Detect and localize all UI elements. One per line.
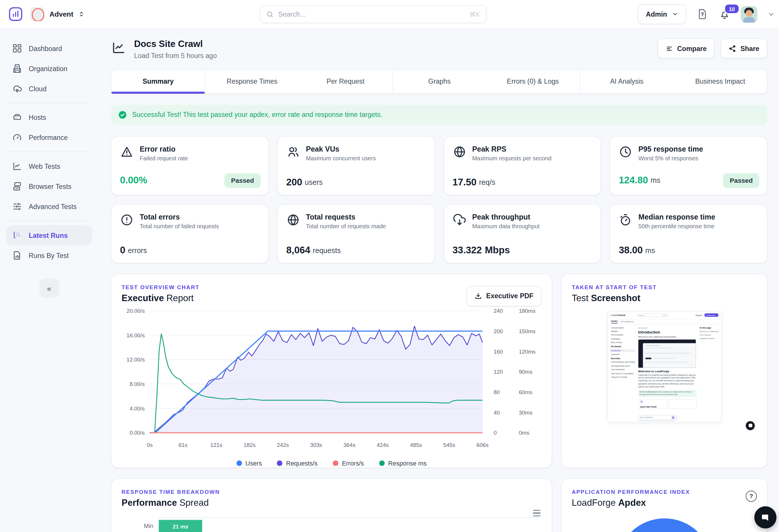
sidebar-item-label: Organization	[29, 65, 67, 72]
chart-menu-icon[interactable]	[533, 510, 540, 517]
svg-text:182s: 182s	[244, 442, 255, 448]
stat-unit: errors	[128, 246, 147, 254]
compare-button[interactable]: Compare	[657, 38, 715, 58]
apdex-help-icon[interactable]: ?	[746, 490, 757, 502]
tab-bar: SummaryResponse TimesPer RequestGraphsEr…	[111, 69, 767, 93]
workspace-name: Advent	[49, 10, 73, 18]
sidebar-item-hosts[interactable]: Hosts	[6, 107, 93, 127]
tab-summary[interactable]: Summary	[111, 70, 205, 93]
share-label: Share	[740, 45, 760, 52]
tab-per-request[interactable]: Per Request	[299, 70, 393, 93]
svg-text:4.00/s: 4.00/s	[129, 405, 145, 411]
sidebar-item-web-tests[interactable]: Web Tests	[6, 156, 93, 176]
sidebar-item-cloud[interactable]: Cloud	[6, 79, 93, 99]
spread-row-min: Min21 ms	[158, 518, 539, 532]
spread-bar: 21 ms	[159, 520, 202, 532]
svg-text:0ms: 0ms	[519, 430, 529, 436]
sidebar-item-organization[interactable]: Organization	[6, 58, 93, 78]
stat-card-peak-throughput: Peak throughputMaximum data throughput33…	[443, 204, 601, 263]
notifications-bell-icon[interactable]: 10	[719, 8, 731, 20]
share-button[interactable]: Share	[721, 38, 767, 58]
tab-ai-analysis[interactable]: AI Analysis	[580, 70, 673, 93]
mini-support: Support	[696, 314, 702, 316]
sidebar-item-label: Dashboard	[29, 45, 62, 52]
svg-text:?: ?	[701, 11, 704, 17]
admin-label: Admin	[646, 10, 667, 18]
executive-report-card: TEST OVERVIEW CHART Executive Report Exe…	[111, 273, 552, 468]
svg-text:0s: 0s	[147, 442, 153, 448]
app-logo-icon[interactable]	[8, 6, 23, 21]
sidebar-divider	[8, 103, 91, 104]
stat-card-total-errors: Total errorsTotal number of failed reque…	[111, 204, 268, 263]
legend-dot	[236, 461, 242, 466]
warning-triangle-icon	[120, 145, 133, 161]
hosts-icon	[12, 112, 22, 122]
apdex-gauge	[616, 518, 712, 532]
legend-item-users[interactable]: Users	[236, 460, 262, 467]
stat-subtitle: Worst 5% of responses	[639, 155, 703, 161]
legend-label: Users	[246, 460, 262, 467]
sidebar-item-runs-by-test[interactable]: Runs By Test	[6, 246, 93, 266]
help-file-icon[interactable]: ?	[696, 8, 708, 20]
workspace-switcher[interactable]: Advent	[30, 7, 85, 21]
user-menu-chevron-icon[interactable]	[767, 10, 775, 18]
svg-text:242s: 242s	[277, 442, 289, 448]
tab-business-impact[interactable]: Business Impact	[673, 70, 767, 93]
stat-card-peak-rps: Peak RPSMaximum requests per second17.50…	[443, 136, 601, 195]
download-icon	[475, 292, 482, 300]
stat-title: Peak throughput	[472, 213, 540, 221]
svg-text:12.00/s: 12.00/s	[127, 356, 145, 362]
web-tests-icon	[12, 161, 22, 172]
legend-item-errors-s[interactable]: Errors/s	[333, 460, 364, 467]
status-badge: Passed	[225, 173, 261, 188]
legend-item-response-ms[interactable]: Response ms	[379, 460, 427, 467]
search-input[interactable]: Search... ⌘K	[259, 5, 486, 23]
sidebar: DashboardOrganizationCloudHostsPerforman…	[0, 28, 98, 532]
expand-screenshot-button[interactable]	[746, 421, 755, 430]
legend-label: Response ms	[388, 460, 427, 467]
legend-item-requests-s[interactable]: Requests/s	[277, 460, 318, 467]
stat-card-total-requests: Total requestsTotal number of requests m…	[277, 204, 435, 263]
performance-icon	[12, 133, 22, 143]
executive-pdf-button[interactable]: Executive PDF	[466, 286, 541, 306]
tab-response-times[interactable]: Response Times	[205, 70, 299, 93]
sidebar-item-latest-runs[interactable]: Latest Runs	[6, 225, 93, 246]
globe-icon	[453, 145, 466, 161]
compare-label: Compare	[677, 45, 707, 52]
main-content: Docs Site Crawl Load Test from 5 hours a…	[111, 38, 767, 532]
success-banner: Successful Test! This test passed your a…	[111, 105, 767, 125]
sidebar-item-advanced-tests[interactable]: Advanced Tests	[6, 196, 93, 217]
stat-card-median-response-time: Median response time50th percentile resp…	[610, 204, 768, 263]
apdex-card: APPLICATION PERFORMANCE INDEX LoadForge …	[561, 478, 767, 532]
stat-unit: ms	[651, 176, 660, 185]
sidebar-item-browser-tests[interactable]: Browser Tests	[6, 176, 93, 196]
user-avatar[interactable]	[741, 6, 758, 22]
stat-value: 38.00	[619, 245, 643, 256]
share-icon	[729, 45, 736, 52]
admin-menu-button[interactable]: Admin	[638, 4, 686, 24]
spread-label: RESPONSE TIME BREAKDOWN	[122, 488, 542, 494]
mini-nav: DocumentationWebsiteTest ExamplesChangel…	[611, 327, 635, 409]
mini-tab-api: API Reference	[621, 320, 634, 323]
svg-text:180ms: 180ms	[519, 308, 535, 314]
stat-value: 17.50	[453, 177, 477, 188]
tab-graphs[interactable]: Graphs	[393, 70, 486, 93]
mini-search: Search...Ctrl K	[637, 313, 669, 317]
svg-text:485s: 485s	[410, 442, 422, 448]
sidebar-item-performance[interactable]: Performance	[6, 127, 93, 147]
alert-circle-icon	[120, 213, 133, 229]
spread-title: Performance Spread	[122, 497, 542, 508]
chat-widget-button[interactable]	[754, 506, 776, 529]
page-subtitle: Load Test from 5 hours ago	[134, 52, 217, 59]
stat-subtitle: 50th percentile response time	[639, 223, 715, 229]
sidebar-item-label: Browser Tests	[29, 183, 71, 190]
stat-card-peak-vus: Peak VUsMaximum concurrent users200users	[277, 136, 435, 195]
sidebar-collapse-button[interactable]: «	[39, 279, 59, 298]
stopwatch-icon	[619, 213, 633, 229]
sidebar-item-dashboard[interactable]: Dashboard	[6, 38, 93, 58]
organization-icon	[12, 64, 22, 74]
stat-subtitle: Total number of failed requests	[140, 223, 219, 229]
tab-errors-0-logs[interactable]: Errors (0) & Logs	[486, 70, 580, 93]
success-banner-text: Successful Test! This test passed your a…	[132, 111, 382, 118]
svg-text:30ms: 30ms	[519, 409, 532, 415]
